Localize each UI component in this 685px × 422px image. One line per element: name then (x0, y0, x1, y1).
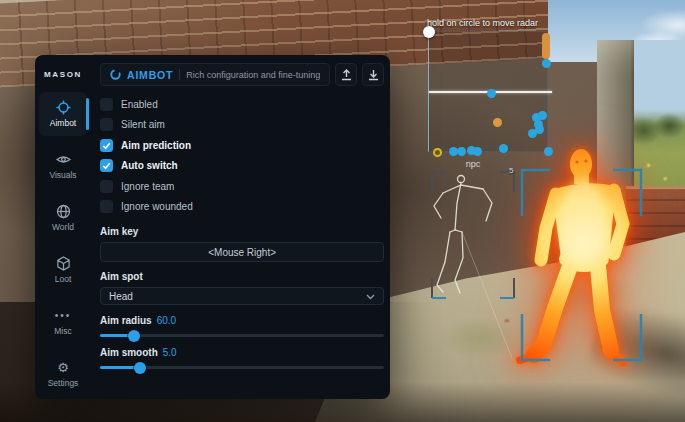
radar-marker-dot (542, 59, 551, 68)
gear-icon: ⚙ (57, 360, 69, 375)
checkbox-ignore-wounded[interactable]: Ignore wounded (100, 197, 384, 218)
sidebar-item-world[interactable]: World (39, 196, 87, 240)
divider (179, 69, 180, 80)
radar-drag-handle[interactable] (423, 26, 435, 38)
panel-content: AIMBOT Rich configuration and fine-tunin… (91, 55, 397, 399)
radar-dot (487, 89, 496, 98)
radar-dot (473, 147, 482, 156)
cube-icon (56, 256, 71, 271)
aim-key-label: Aim key (100, 226, 384, 237)
aim-smooth-slider[interactable] (100, 366, 384, 369)
crosshair-icon (56, 100, 71, 115)
radar-dot (457, 147, 466, 156)
cheat-menu-panel: MASON Aimbot Visuals (35, 55, 390, 399)
aim-radius-label: Aim radius (100, 315, 152, 326)
sidebar-item-settings[interactable]: ⚙ Settings (39, 352, 87, 396)
aim-smooth-group: Aim smooth 5.0 (100, 347, 384, 369)
checkbox-box (100, 159, 113, 172)
radar-dot (544, 147, 553, 156)
radar-dot (499, 144, 508, 153)
export-config-button[interactable] (335, 63, 357, 86)
slider-handle[interactable] (134, 362, 146, 374)
skeleton-esp: npc (427, 158, 527, 368)
sidebar-item-visuals[interactable]: Visuals (39, 144, 87, 188)
section-title: AIMBOT (127, 69, 173, 81)
aim-smooth-value: 5.0 (163, 347, 177, 358)
checkbox-box (100, 118, 113, 131)
aim-spot-label: Aim spot (100, 271, 384, 282)
aim-spot-value: Head (109, 291, 366, 302)
slider-handle[interactable] (128, 330, 140, 342)
esp-distance-label: 5 (509, 166, 513, 175)
sidebar: MASON Aimbot Visuals (35, 55, 91, 399)
section-header: AIMBOT Rich configuration and fine-tunin… (100, 63, 330, 86)
sidebar-item-misc[interactable]: ••• Misc (39, 300, 87, 344)
checkbox-box (100, 139, 113, 152)
aim-radius-value: 60.0 (157, 315, 176, 326)
radar-widget[interactable] (428, 31, 548, 152)
skeleton-name-label: npc (466, 159, 481, 169)
checkbox-box (100, 200, 113, 213)
checkbox-silent-aim[interactable]: Silent aim (100, 115, 384, 136)
radar-dot (433, 148, 442, 157)
import-config-button[interactable] (362, 63, 384, 86)
player-esp-brackets (520, 167, 646, 365)
screenshot-root: npc 5 hold on circle to move radar (0, 0, 685, 422)
section-subtitle: Rich configuration and fine-tuning (186, 70, 320, 80)
aim-radius-slider[interactable] (100, 334, 384, 337)
sidebar-item-loot[interactable]: Loot (39, 248, 87, 292)
upload-icon (341, 69, 352, 81)
aim-spot-select[interactable]: Head (100, 287, 384, 305)
sidebar-item-aimbot[interactable]: Aimbot (39, 92, 87, 136)
dots-icon: ••• (55, 308, 72, 323)
radar-hint-text: hold on circle to move radar (427, 18, 538, 28)
aim-key-button[interactable]: <Mouse Right> (100, 242, 384, 262)
radar-dot (493, 118, 502, 127)
checkbox-ignore-team[interactable]: Ignore team (100, 176, 384, 197)
radar-orange-marker (542, 33, 550, 59)
checkbox-aim-prediction[interactable]: Aim prediction (100, 135, 384, 156)
radar-dot (538, 111, 547, 120)
aim-smooth-label: Aim smooth (100, 347, 158, 358)
checkbox-auto-switch[interactable]: Auto switch (100, 156, 384, 177)
spinner-icon (110, 69, 121, 80)
chevron-down-icon (366, 291, 375, 302)
globe-icon (56, 204, 71, 219)
checkbox-box (100, 98, 113, 111)
sidebar-nav: Aimbot Visuals World (39, 92, 87, 404)
download-icon (368, 69, 379, 81)
eye-icon (56, 152, 71, 167)
radar-dot (535, 125, 544, 134)
checkbox-enabled[interactable]: Enabled (100, 94, 384, 115)
aim-radius-group: Aim radius 60.0 (100, 315, 384, 337)
brand-name: MASON (44, 70, 82, 79)
checkbox-box (100, 180, 113, 193)
